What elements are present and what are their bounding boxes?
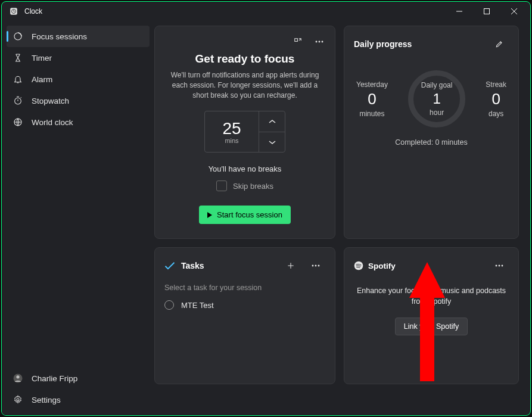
skip-breaks-row: Skip breaks (166, 181, 324, 191)
stat-yesterday: Yesterday 0 minutes (356, 80, 388, 118)
duration-value: 25 (222, 119, 241, 138)
svg-rect-12 (295, 39, 298, 42)
app-body: Focus sessions Timer Alarm (2, 21, 530, 415)
more-button[interactable] (310, 32, 329, 51)
play-icon (207, 212, 212, 218)
svg-point-18 (318, 265, 320, 267)
duration-decrease-button[interactable] (259, 132, 285, 153)
minimize-button[interactable] (446, 2, 473, 21)
link-spotify-button[interactable]: Link your Spotify (395, 318, 468, 335)
svg-point-21 (499, 265, 500, 267)
sidebar-item-focus-sessions[interactable]: Focus sessions (7, 26, 150, 47)
focus-card-title: Get ready to focus (166, 52, 324, 66)
duration-stepper: 25 mins (204, 111, 285, 153)
window-title: Clock (24, 7, 446, 15)
main-content: Get ready to focus We'll turn off notifi… (154, 21, 530, 415)
app-window: Clock Focus sessions Time (1, 1, 531, 416)
tasks-card: Tasks Select a task for your session MTE… (154, 247, 335, 384)
duration-display: 25 mins (205, 111, 259, 152)
task-item[interactable]: MTE Test (164, 300, 325, 310)
stopwatch-icon (13, 95, 23, 106)
sidebar-item-label: Focus sessions (32, 32, 87, 41)
duration-unit: mins (225, 137, 238, 144)
svg-point-11 (17, 399, 19, 401)
breaks-info: You'll have no breaks (166, 164, 324, 173)
sidebar-bottom: Charlie Fripp Settings (2, 368, 154, 410)
svg-point-17 (315, 265, 317, 267)
focus-card-description: We'll turn off notifications and app ale… (169, 70, 321, 100)
sidebar-item-label: Timer (32, 54, 52, 63)
tasks-subtitle: Select a task for your session (164, 284, 325, 292)
skip-breaks-checkbox[interactable] (216, 181, 227, 191)
sidebar: Focus sessions Timer Alarm (2, 21, 154, 415)
daily-progress-title: Daily progress (354, 39, 490, 49)
timer-icon (13, 52, 23, 63)
user-name: Charlie Fripp (32, 374, 77, 383)
start-focus-session-button[interactable]: Start focus session (199, 206, 291, 224)
daily-completed: Completed: 0 minutes (354, 138, 509, 147)
duration-increase-button[interactable] (259, 111, 285, 132)
edit-daily-goal-button[interactable] (490, 35, 509, 54)
svg-point-10 (16, 375, 19, 378)
expand-button[interactable] (288, 32, 307, 51)
add-task-button[interactable] (281, 256, 300, 275)
tasks-title: Tasks (181, 261, 275, 270)
tasks-icon (164, 260, 175, 271)
sidebar-item-label: World clock (32, 118, 73, 127)
daily-stats: Yesterday 0 minutes Daily goal 1 hour St… (354, 70, 509, 127)
sidebar-item-stopwatch[interactable]: Stopwatch (7, 90, 150, 111)
spotify-description: Enhance your focus with music and podcas… (354, 286, 509, 307)
skip-breaks-label: Skip breaks (233, 182, 273, 191)
focus-sessions-icon (13, 31, 23, 42)
sidebar-item-timer[interactable]: Timer (7, 47, 150, 69)
svg-point-14 (319, 41, 321, 43)
sidebar-item-label: Alarm (32, 75, 52, 84)
task-radio[interactable] (164, 300, 174, 310)
close-button[interactable] (500, 2, 528, 21)
daily-progress-card: Daily progress Yesterday 0 minutes Daily… (344, 26, 519, 239)
clock-app-icon (8, 5, 20, 17)
start-button-label: Start focus session (217, 210, 282, 219)
titlebar: Clock (2, 2, 530, 21)
nav-list: Focus sessions Timer Alarm (2, 26, 154, 368)
stat-streak: Streak 0 days (486, 80, 506, 118)
world-clock-icon (13, 117, 23, 127)
spotify-more-button[interactable] (490, 256, 509, 275)
sidebar-item-label: Settings (32, 396, 61, 404)
avatar-icon (13, 373, 23, 384)
sidebar-item-label: Stopwatch (32, 97, 69, 105)
sidebar-item-settings[interactable]: Settings (7, 389, 150, 410)
svg-point-20 (496, 265, 497, 267)
svg-point-16 (312, 265, 314, 267)
svg-rect-3 (484, 9, 490, 14)
svg-point-22 (502, 265, 503, 267)
spotify-card: Spotify Enhance your focus with music an… (344, 247, 519, 384)
sidebar-item-alarm[interactable]: Alarm (7, 69, 150, 90)
spotify-icon (354, 261, 363, 270)
daily-goal-ring: Daily goal 1 hour (408, 70, 465, 127)
spotify-title: Spotify (368, 262, 485, 270)
svg-point-13 (316, 41, 318, 43)
gear-icon (13, 394, 23, 405)
sidebar-item-world-clock[interactable]: World clock (7, 111, 150, 133)
alarm-icon (13, 74, 23, 85)
task-label: MTE Test (181, 301, 214, 310)
focus-card: Get ready to focus We'll turn off notifi… (154, 26, 335, 239)
tasks-more-button[interactable] (306, 256, 325, 275)
sidebar-user[interactable]: Charlie Fripp (7, 368, 150, 389)
maximize-button[interactable] (473, 2, 500, 21)
svg-point-15 (322, 41, 323, 43)
window-controls (446, 2, 528, 21)
